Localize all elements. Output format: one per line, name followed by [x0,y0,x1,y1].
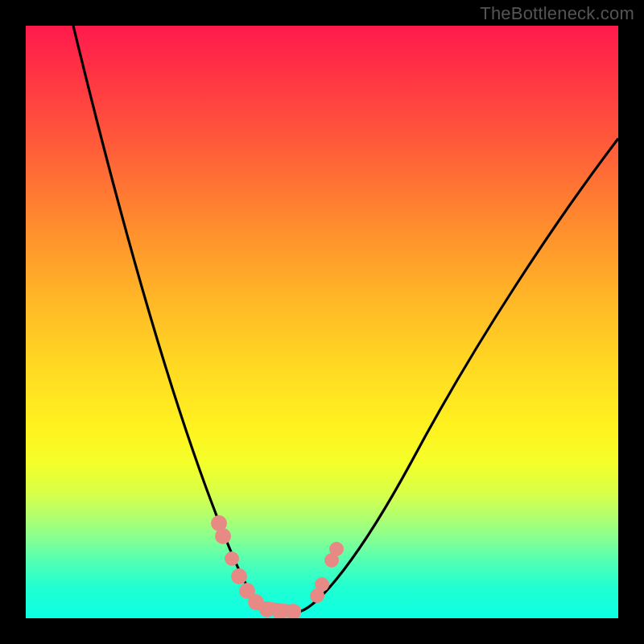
chart-frame: TheBottleneck.com [0,0,644,644]
curve-path [73,26,618,612]
svg-point-3 [231,568,247,584]
marker-cluster [211,515,344,618]
svg-point-2 [225,551,239,566]
svg-point-12 [329,542,344,556]
plot-area [26,26,618,618]
svg-point-1 [215,528,231,544]
bottleneck-curve [26,26,618,618]
svg-point-10 [315,577,329,592]
watermark-text: TheBottleneck.com [480,3,634,24]
